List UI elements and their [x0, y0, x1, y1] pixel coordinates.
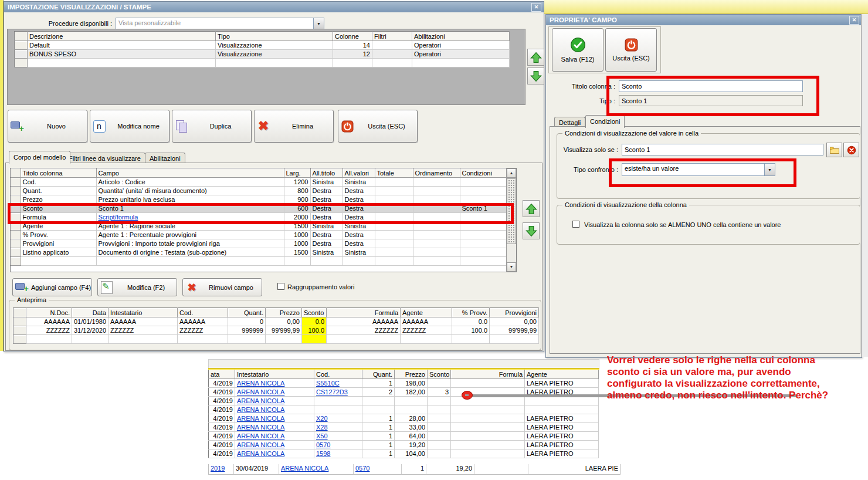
cell-link[interactable]: ARENA NICOLA [237, 397, 284, 404]
props-uscita-button[interactable]: Uscita (ESC) [605, 28, 657, 72]
cell-link[interactable]: ARENA NICOLA [237, 432, 284, 440]
modifica-nome-button[interactable]: n Modifica nome [90, 110, 169, 143]
chevron-down-icon[interactable]: ▼ [313, 18, 324, 29]
chevron-down-icon[interactable]: ▼ [764, 164, 775, 175]
main-window-titlebar[interactable]: IMPOSTAZIONE VISUALIZZAZIONI / STAMPE ✕ [4, 2, 544, 12]
table-row[interactable]: Cod.Articolo : Codice1200SinistraSinistr… [11, 178, 507, 187]
column-header[interactable]: Intestatario [235, 370, 314, 379]
cell-link[interactable]: CS1272D3 [316, 388, 348, 396]
column-header[interactable]: Intestatario [108, 308, 178, 317]
table-row[interactable]: ScontoSconto 1600DestraDestraSconto 1 [11, 204, 507, 213]
column-header[interactable]: Titolo colonna [21, 168, 96, 178]
row-header[interactable] [11, 204, 21, 213]
column-header[interactable]: Sconto [302, 308, 327, 317]
cell-link[interactable]: 2019 [211, 465, 225, 472]
cell-link[interactable]: Script/formula [99, 214, 138, 221]
cell-link[interactable]: S5510C [316, 380, 340, 387]
column-header[interactable]: Abilitazioni [412, 32, 510, 41]
aggiungi-campo-button[interactable]: + Aggiungi campo (F4) [12, 278, 92, 296]
titolo-colonna-input[interactable] [619, 80, 803, 92]
scroll-down-icon[interactable]: ▼ [507, 262, 516, 272]
cell-link[interactable]: ARENA NICOLA [237, 424, 284, 431]
column-header[interactable]: Formula [451, 370, 525, 379]
visualizza-colonna-checkbox[interactable] [572, 221, 579, 228]
table-row[interactable] [11, 257, 507, 266]
cell-link[interactable]: X28 [316, 424, 328, 431]
uscita-button[interactable]: Uscita (ESC) [338, 110, 418, 143]
cell-link[interactable]: ARENA NICOLA [237, 380, 284, 387]
procedure-combobox[interactable]: Vista personalizzabile ▼ [116, 18, 324, 29]
table-row[interactable] [15, 59, 510, 67]
field-move-up-button[interactable] [523, 200, 540, 217]
clear-condition-button[interactable] [843, 143, 859, 157]
duplica-button[interactable]: Duplica [172, 110, 252, 143]
column-header[interactable]: Quant. [362, 370, 395, 379]
column-header[interactable]: Agente [525, 370, 599, 379]
modifica-campo-button[interactable]: ✎ Modifica (F2) [97, 278, 177, 296]
column-header[interactable]: Provvigioni [490, 308, 539, 317]
row-header[interactable] [15, 59, 28, 67]
table-row[interactable]: AgenteAgente 1 : Ragione sociale1500Sini… [11, 222, 507, 231]
tab-condizioni[interactable]: Condizioni [585, 115, 625, 128]
table-row[interactable]: 4/2019ARENA NICOLA [209, 405, 599, 414]
cell-link[interactable]: ARENA NICOLA [237, 441, 284, 448]
table-row[interactable]: 2019 30/04/2019 ARENA NICOLA 0570 1 19,2… [208, 464, 621, 475]
row-header[interactable] [11, 239, 21, 248]
column-header[interactable]: Descrizione [28, 32, 216, 41]
vertical-scrollbar[interactable]: ▲ ▼ [506, 168, 516, 272]
row-header[interactable] [11, 178, 21, 187]
column-header[interactable]: Colonne [333, 32, 372, 41]
column-header[interactable]: All.titolo [310, 168, 343, 178]
table-row[interactable]: 4/2019ARENA NICOLA0570119,20LAERA PIETRO [209, 441, 599, 449]
field-move-down-button[interactable] [523, 222, 540, 239]
table-row[interactable]: 4/2019ARENA NICOLA [209, 397, 599, 405]
cell-link[interactable]: ARENA NICOLA [237, 388, 284, 396]
column-header[interactable]: Totale [375, 168, 413, 178]
rimuovi-campo-button[interactable]: ✖ Rimuovi campo [182, 278, 262, 296]
column-header[interactable]: Sconto [428, 370, 451, 379]
cell-link[interactable]: X50 [316, 432, 328, 440]
tab-corpo-del-modello[interactable]: Corpo del modello [9, 151, 70, 164]
row-header[interactable] [11, 222, 21, 231]
cell-link[interactable]: 0570 [316, 441, 330, 448]
row-header[interactable] [13, 317, 26, 326]
row-header[interactable] [11, 248, 21, 257]
row-header[interactable] [11, 213, 21, 222]
column-header[interactable]: Prezzo [266, 308, 302, 317]
cell-link[interactable]: 1598 [316, 450, 330, 457]
row-header[interactable] [11, 195, 21, 204]
column-header[interactable]: Campo [96, 168, 284, 178]
column-header[interactable]: Prezzo [395, 370, 428, 379]
elimina-button[interactable]: ✖ Elimina [254, 110, 334, 143]
cell-link[interactable]: ARENA NICOLA [237, 450, 284, 457]
table-row[interactable]: 4/2019ARENA NICOLAX28133,00LAERA PIETRO [209, 423, 599, 432]
cell-link[interactable]: 0570 [355, 465, 369, 472]
table-row[interactable]: ProvvigioniProvvigioni : Importo totale … [11, 239, 507, 248]
close-icon[interactable]: ✕ [531, 3, 541, 12]
nuovo-button[interactable]: + Nuovo [8, 110, 87, 143]
row-header[interactable] [15, 50, 28, 59]
table-row[interactable]: 4/2019ARENA NICOLA15981104,00LAERA PIETR… [209, 449, 599, 458]
row-header[interactable] [11, 231, 21, 239]
column-header[interactable]: Filtri [372, 32, 412, 41]
cell-link[interactable]: ARENA NICOLA [281, 465, 328, 472]
table-row[interactable]: Quant.Quantita' (unita' di misura docume… [11, 187, 507, 195]
folder-browse-button[interactable] [826, 143, 842, 157]
column-header[interactable]: Data [72, 308, 108, 317]
cell-link[interactable]: X20 [316, 415, 328, 422]
scrollbar-thumb[interactable] [507, 178, 516, 244]
row-header[interactable] [13, 326, 26, 335]
scroll-up-icon[interactable]: ▲ [507, 168, 516, 178]
visualizza-solo-se-input[interactable] [622, 144, 823, 156]
column-header[interactable]: All.valori [343, 168, 375, 178]
column-header[interactable]: Tipo [216, 32, 333, 41]
cell-link[interactable]: ARENA NICOLA [237, 406, 284, 413]
table-row[interactable]: 4/2019ARENA NICOLAX20128,00LAERA PIETRO [209, 414, 599, 423]
table-row[interactable]: DefaultVisualizzazione14Operatori [15, 41, 510, 50]
table-row[interactable]: ZZZZZZ31/12/2020ZZZZZZZZZZZZ99999999'999… [13, 326, 539, 335]
raggruppamento-checkbox[interactable] [277, 283, 284, 290]
column-header[interactable]: % Provv. [452, 308, 490, 317]
right-edge-strip[interactable] [861, 14, 868, 357]
table-row[interactable] [13, 335, 539, 344]
column-header[interactable]: Condizioni [460, 168, 507, 178]
